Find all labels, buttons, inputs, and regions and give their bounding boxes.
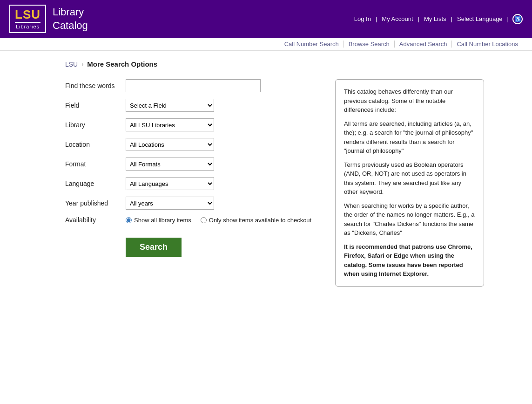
availability-checkout-radio[interactable] <box>201 217 207 223</box>
call-number-search-link[interactable]: Call Number Search <box>280 41 344 48</box>
find-words-label: Find these words <box>65 82 126 89</box>
availability-radio-group: Show all library items Only show items a… <box>126 217 311 224</box>
info-point-2-text: Terms previously used as Boolean operato… <box>344 161 466 196</box>
year-published-select[interactable]: All years 2020-2024 2010-2019 2000-2009 … <box>126 197 214 210</box>
format-label: Format <box>65 160 126 168</box>
logo-box: LSU Libraries <box>9 5 46 33</box>
site-title-line1: Library <box>53 6 84 18</box>
accessibility-icon[interactable]: ♿ <box>512 14 523 24</box>
search-form: Find these words Field Select a Field Ti… <box>65 79 317 257</box>
my-lists-link[interactable]: My Lists <box>420 15 450 22</box>
availability-checkout-label: Only show items available to checkout <box>209 217 311 224</box>
field-label: Field <box>65 102 126 109</box>
format-row: Format All Formats Books Journals DVDs M… <box>65 157 317 171</box>
lsu-logo-text: LSU <box>15 8 40 21</box>
language-row: Language All Languages English French Sp… <box>65 177 317 190</box>
info-point-4-bold: It is recommended that patrons use Chrom… <box>344 243 472 278</box>
call-number-locations-link[interactable]: Call Number Locations <box>452 41 523 48</box>
find-words-input[interactable] <box>126 79 261 92</box>
format-select[interactable]: All Formats Books Journals DVDs Maps <box>126 157 214 171</box>
availability-checkout-option[interactable]: Only show items available to checkout <box>201 217 311 224</box>
advanced-search-link[interactable]: Advanced Search <box>395 41 452 48</box>
site-title-line2: Catalog <box>53 20 88 31</box>
main-content: LSU › More Search Options Find these wor… <box>0 51 532 404</box>
year-published-label: Year published <box>65 199 126 207</box>
year-published-row: Year published All years 2020-2024 2010-… <box>65 197 317 210</box>
availability-show-all-label: Show all library items <box>134 217 191 224</box>
library-select[interactable]: All LSU Libraries Middleton Library Hill… <box>126 118 214 131</box>
language-select[interactable]: All Languages English French Spanish Ger… <box>126 177 214 190</box>
availability-show-all-radio[interactable] <box>126 217 132 223</box>
login-link[interactable]: Log In <box>350 15 375 22</box>
nav-divider-3: | <box>450 15 453 22</box>
site-header: LSU Libraries Library Catalog Log In | M… <box>0 0 532 38</box>
nav-divider-1: | <box>375 15 378 22</box>
breadcrumb-current-page: More Search Options <box>87 60 157 68</box>
select-language-link[interactable]: Select Language <box>453 15 506 22</box>
info-point-1: All terms are searched, including articl… <box>344 119 475 156</box>
my-account-link[interactable]: My Account <box>378 15 417 22</box>
info-point-3: When searching for works by a specific a… <box>344 201 475 238</box>
availability-row: Availability Show all library items Only… <box>65 216 317 224</box>
info-point-1-text: All terms are searched, including articl… <box>344 120 473 155</box>
info-point-4: It is recommended that patrons use Chrom… <box>344 242 475 279</box>
info-point-2: Terms previously used as Boolean operato… <box>344 160 475 197</box>
logo-area: LSU Libraries Library Catalog <box>9 5 88 33</box>
info-intro: This catalog behaves differently than ou… <box>344 87 475 115</box>
field-row: Field Select a Field Title Author Subjec… <box>65 99 317 112</box>
availability-show-all-option[interactable]: Show all library items <box>126 217 191 224</box>
breadcrumb-home-link[interactable]: LSU <box>65 61 78 68</box>
location-select[interactable]: All Locations <box>126 138 214 151</box>
logo-underline <box>15 22 40 23</box>
nav-divider-4: | <box>506 15 510 22</box>
breadcrumb: LSU › More Search Options <box>65 60 518 68</box>
header-navigation: Log In | My Account | My Lists | Select … <box>350 14 523 24</box>
site-title: Library Catalog <box>53 6 88 32</box>
search-button[interactable]: Search <box>126 238 182 257</box>
info-point-3-text: When searching for works by a specific a… <box>344 202 474 237</box>
location-row: Location All Locations <box>65 138 317 151</box>
language-label: Language <box>65 180 126 187</box>
info-box: This catalog behaves differently than ou… <box>335 79 484 287</box>
location-label: Location <box>65 141 126 148</box>
content-area: Find these words Field Select a Field Ti… <box>65 79 518 287</box>
logo-libraries-text: Libraries <box>15 24 40 29</box>
library-label: Library <box>65 121 126 129</box>
find-words-row: Find these words <box>65 79 317 92</box>
field-select[interactable]: Select a Field Title Author Subject ISBN… <box>126 99 214 112</box>
browse-search-link[interactable]: Browse Search <box>344 41 395 48</box>
nav-divider-2: | <box>417 15 420 22</box>
sub-navigation: Call Number Search Browse Search Advance… <box>0 38 532 51</box>
library-row: Library All LSU Libraries Middleton Libr… <box>65 118 317 131</box>
breadcrumb-chevron-icon: › <box>81 61 83 68</box>
availability-label: Availability <box>65 216 126 224</box>
